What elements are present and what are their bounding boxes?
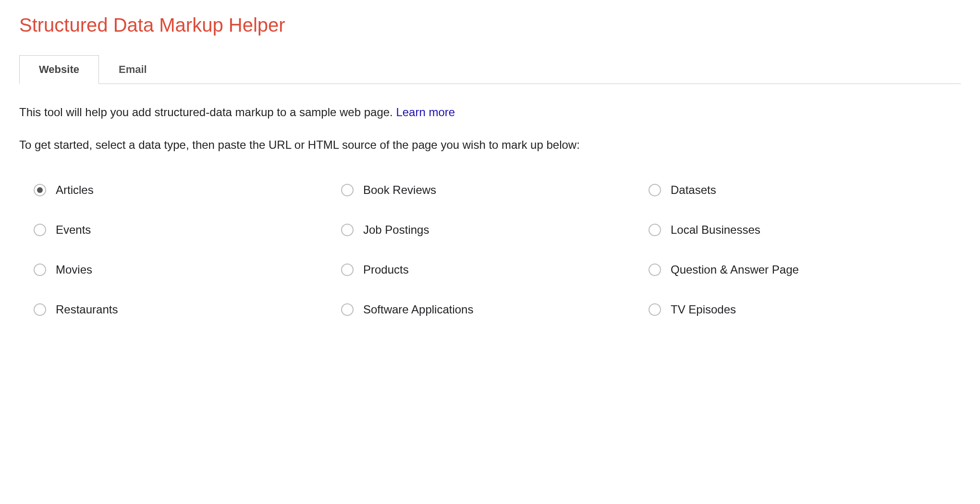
option-label: Local Businesses (671, 223, 760, 237)
option-label: Movies (56, 263, 92, 276)
option-label: TV Episodes (671, 303, 736, 316)
option-datasets[interactable]: Datasets (649, 183, 946, 197)
option-label: Events (56, 223, 91, 237)
option-tv-episodes[interactable]: TV Episodes (649, 303, 946, 316)
option-local-businesses[interactable]: Local Businesses (649, 223, 946, 237)
option-label: Software Applications (363, 303, 473, 316)
radio-icon (649, 303, 661, 316)
radio-icon (341, 224, 354, 236)
learn-more-link[interactable]: Learn more (396, 106, 455, 119)
option-movies[interactable]: Movies (34, 263, 331, 276)
radio-icon (34, 264, 46, 276)
radio-icon (649, 224, 661, 236)
option-restaurants[interactable]: Restaurants (34, 303, 331, 316)
option-job-postings[interactable]: Job Postings (341, 223, 639, 237)
radio-icon (341, 184, 354, 196)
option-products[interactable]: Products (341, 263, 639, 276)
option-label: Datasets (671, 183, 716, 197)
radio-icon (341, 303, 354, 316)
intro-line-1-text: This tool will help you add structured-d… (19, 106, 396, 119)
option-book-reviews[interactable]: Book Reviews (341, 183, 639, 197)
radio-icon (34, 184, 46, 196)
intro-line-1: This tool will help you add structured-d… (19, 103, 961, 121)
page-title: Structured Data Markup Helper (19, 14, 961, 36)
option-articles[interactable]: Articles (34, 183, 331, 197)
option-label: Restaurants (56, 303, 118, 316)
option-question-answer-page[interactable]: Question & Answer Page (649, 263, 946, 276)
radio-icon (649, 264, 661, 276)
intro-text: This tool will help you add structured-d… (19, 103, 961, 155)
radio-icon (34, 303, 46, 316)
option-events[interactable]: Events (34, 223, 331, 237)
tabs-container: Website Email (19, 55, 961, 84)
option-label: Job Postings (363, 223, 429, 237)
radio-icon (341, 264, 354, 276)
option-software-applications[interactable]: Software Applications (341, 303, 639, 316)
option-label: Book Reviews (363, 183, 436, 197)
data-type-options: Articles Book Reviews Datasets Events Jo… (19, 169, 961, 316)
radio-icon (34, 224, 46, 236)
intro-line-2: To get started, select a data type, then… (19, 136, 961, 154)
tab-email[interactable]: Email (99, 55, 167, 84)
option-label: Question & Answer Page (671, 263, 799, 276)
tab-website[interactable]: Website (19, 55, 99, 84)
option-label: Articles (56, 183, 94, 197)
option-label: Products (363, 263, 409, 276)
radio-icon (649, 184, 661, 196)
